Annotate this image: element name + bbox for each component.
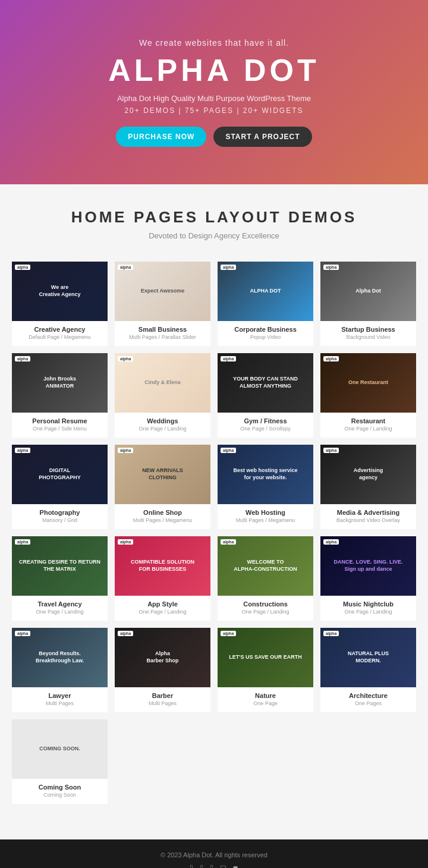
demo-name: Media & Advertising — [324, 509, 413, 516]
demo-item[interactable]: alphaCOMING SOON.Coming SoonComing Soon — [12, 719, 108, 804]
demo-name: Music Nightclub — [324, 600, 413, 608]
demo-sub: One Page / Landing — [118, 426, 207, 432]
demo-sub: One Page / Landing — [324, 609, 413, 615]
demos-section: HOME PAGES LAYOUT DEMOS Devoted to Desig… — [0, 184, 428, 839]
demo-name: Lawyer — [15, 692, 104, 699]
demo-name: Constructions — [221, 600, 310, 608]
footer: © 2023 Alpha Dot. All rights reserved  … — [0, 839, 428, 868]
demo-item[interactable]: alphaWe are Creative AgencyCreative Agen… — [12, 262, 108, 346]
demo-name: Weddings — [118, 417, 207, 424]
demo-sub: Popup Video — [221, 334, 310, 340]
pinterest-icon[interactable]:  — [210, 863, 213, 868]
twitter-icon[interactable]:  — [200, 863, 203, 868]
demo-name: Web Hosting — [221, 509, 310, 516]
demo-item[interactable]: alphaDIGITAL PHOTOGRAPHYPhotographyManso… — [12, 445, 108, 529]
demo-sub: Background Video — [324, 334, 413, 340]
demo-item[interactable]: alphaAdvertising agencyMedia & Advertisi… — [320, 445, 416, 529]
demo-item[interactable]: alphaBeyond Results. Breakthrough Law.La… — [12, 628, 108, 712]
demo-item[interactable]: alphaAlpha DotStartup BusinessBackground… — [320, 262, 416, 346]
demo-name: Gym / Fitness — [221, 417, 310, 424]
demo-sub: Background Video Overlay — [324, 517, 413, 523]
demo-item[interactable]: alphaYOUR BODY CAN STAND ALMOST ANYTHING… — [218, 353, 313, 438]
demo-sub: One Page — [221, 700, 310, 706]
demo-sub: One Page / Landing — [324, 426, 413, 432]
demo-name: Travel Agency — [15, 600, 104, 608]
footer-social-icons:    □ ■ — [12, 863, 416, 868]
demo-name: Barber — [118, 692, 207, 699]
demo-item[interactable]: alphaNEW ARRIVALS CLOTHINGOnline ShopMul… — [115, 445, 210, 529]
instagram-icon[interactable]: □ — [221, 863, 225, 868]
demo-name: Startup Business — [324, 326, 413, 333]
demo-item[interactable]: alphaCREATING DESIRE TO RETURN THE MATRI… — [12, 536, 108, 621]
demo-sub: One Page / Landing — [221, 609, 310, 615]
purchase-button[interactable]: PURCHASE NOW — [116, 127, 206, 147]
demo-name: Coming Soon — [15, 784, 104, 791]
demo-name: Corporate Business — [221, 326, 310, 333]
footer-copyright: © 2023 Alpha Dot. All rights reserved — [160, 851, 268, 858]
hero-title: ALPHA DOT — [108, 52, 319, 88]
demo-sub: Coming Soon — [15, 792, 104, 798]
linkedin-icon[interactable]: ■ — [233, 863, 238, 868]
demo-item[interactable]: alphaLET'S US SAVE OUR EARTHNatureOne Pa… — [218, 628, 313, 712]
hero-tagline: We create websites that have it all. — [108, 38, 319, 48]
demo-sub: One Page / Landing — [118, 609, 207, 615]
demo-name: Photography — [15, 509, 104, 516]
demo-item[interactable]: alphaDANCE. LOVE. SING. LIVE. Sign up an… — [320, 536, 416, 621]
demo-item[interactable]: alphaJohn Brooks ANIMATORPersonal Resume… — [12, 353, 108, 438]
demo-name: Small Business — [118, 326, 207, 333]
demo-name: Creative Agency — [15, 326, 104, 333]
section-subtitle: Devoted to Design Agency Excellence — [12, 231, 416, 240]
hero-subtitle: Alpha Dot High Quality Multi Purpose Wor… — [108, 94, 319, 103]
start-project-button[interactable]: START A PROJECT — [213, 127, 311, 147]
demo-sub: Multi Pages / Megamenu — [118, 517, 207, 523]
demo-name: Online Shop — [118, 509, 207, 516]
demo-name: App Style — [118, 600, 207, 608]
demo-sub: Default Page / Megamenu — [15, 334, 104, 340]
demo-name: Restaurant — [324, 417, 413, 424]
demo-item[interactable]: alphaNATURAL PLUS MODERN.ArchitectureOne… — [320, 628, 416, 712]
demo-name: Personal Resume — [15, 417, 104, 424]
demo-name: Nature — [221, 692, 310, 699]
facebook-icon[interactable]:  — [190, 863, 193, 868]
hero-stats: 20+ DEMOS | 75+ PAGES | 20+ WIDGETS — [108, 106, 319, 115]
hero-section: We create websites that have it all. ALP… — [0, 0, 428, 184]
demo-item[interactable]: alphaAlpha Barber ShopBarberMulti Pages — [115, 628, 210, 712]
section-title: HOME PAGES LAYOUT DEMOS — [12, 208, 416, 227]
demo-sub: One Page / Landing — [15, 609, 104, 615]
demo-name: Architecture — [324, 692, 413, 699]
demo-sub: One Pages — [324, 700, 413, 706]
demo-sub: Multi Pages / Megamenu — [221, 517, 310, 523]
demo-sub: Multi Pages — [15, 700, 104, 706]
demo-sub: Multi Pages / Parallax Slider — [118, 334, 207, 340]
demo-sub: One Page / Side Menu — [15, 426, 104, 432]
demo-item[interactable]: alphaOne RestaurantRestaurantOne Page / … — [320, 353, 416, 438]
demo-item[interactable]: alphaCOMPATIBLE SOLUTION FOR BUSINESSESA… — [115, 536, 210, 621]
demo-grid: alphaWe are Creative AgencyCreative Agen… — [12, 262, 416, 804]
demo-sub: One Page / Scrollspy — [221, 426, 310, 432]
demo-item[interactable]: alphaWELCOME TO ALPHA-CONSTRUCTIONConstr… — [218, 536, 313, 621]
demo-item[interactable]: alphaExpect AwesomeSmall BusinessMulti P… — [115, 262, 210, 346]
demo-sub: Multi Pages — [118, 700, 207, 706]
demo-item[interactable]: alphaBest web hosting service for your w… — [218, 445, 313, 529]
demo-item[interactable]: alphaCindy & ElenaWeddingsOne Page / Lan… — [115, 353, 210, 438]
demo-sub: Mansory / Grid — [15, 517, 104, 523]
demo-item[interactable]: alphaALPHA DOTCorporate BusinessPopup Vi… — [218, 262, 313, 346]
